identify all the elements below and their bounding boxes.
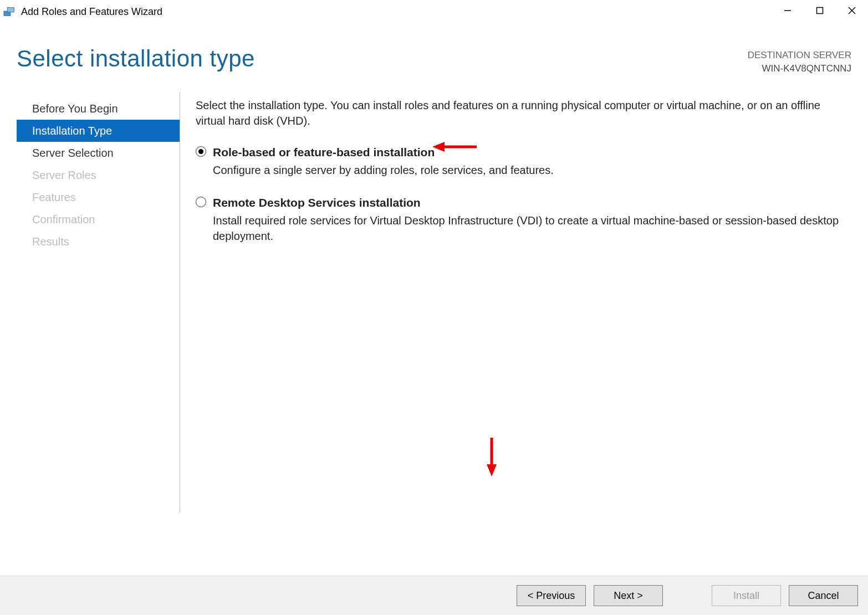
install-button: Install <box>712 585 781 606</box>
sidebar-item-results: Results <box>17 230 180 253</box>
sidebar-item-before-you-begin[interactable]: Before You Begin <box>17 98 180 120</box>
sidebar-item-server-roles: Server Roles <box>17 164 180 186</box>
maximize-button[interactable] <box>804 0 836 21</box>
sidebar-item-confirmation: Confirmation <box>17 208 180 230</box>
footer: < Previous Next > Install Cancel <box>0 576 868 615</box>
radio-rds-desc: Install required role services for Virtu… <box>213 213 846 244</box>
svg-rect-1 <box>7 8 14 12</box>
titlebar: Add Roles and Features Wizard <box>0 0 868 23</box>
svg-rect-3 <box>817 8 823 14</box>
radio-rds[interactable]: Remote Desktop Services installation <box>196 194 846 211</box>
radio-role-based-title: Role-based or feature-based installation <box>213 144 435 160</box>
destination-label: DESTINATION SERVER <box>748 49 851 62</box>
destination-block: DESTINATION SERVER WIN-K4V8QNTCNNJ <box>748 45 851 75</box>
close-button[interactable] <box>836 0 868 21</box>
radio-rds-title: Remote Desktop Services installation <box>213 194 421 211</box>
radio-button-icon <box>196 146 206 157</box>
body-region: Before You Begin Installation Type Serve… <box>0 81 868 513</box>
sidebar-item-installation-type[interactable]: Installation Type <box>17 120 180 142</box>
destination-name: WIN-K4V8QNTCNNJ <box>748 62 851 75</box>
window-controls <box>772 0 868 21</box>
minimize-button[interactable] <box>772 0 804 21</box>
sidebar-item-server-selection[interactable]: Server Selection <box>17 142 180 164</box>
sidebar: Before You Begin Installation Type Serve… <box>0 92 180 513</box>
previous-button[interactable]: < Previous <box>517 585 586 606</box>
content-panel: Select the installation type. You can in… <box>196 92 851 513</box>
radio-button-icon <box>196 197 206 207</box>
header-region: Select installation type DESTINATION SER… <box>0 23 868 81</box>
instruction-text: Select the installation type. You can in… <box>196 98 846 129</box>
window-title: Add Roles and Features Wizard <box>21 6 162 18</box>
server-manager-icon <box>3 6 16 18</box>
page-title: Select installation type <box>17 45 255 72</box>
sidebar-item-features: Features <box>17 186 180 208</box>
radio-role-based-desc: Configure a single server by adding role… <box>213 162 846 178</box>
next-button[interactable]: Next > <box>594 585 663 606</box>
cancel-button[interactable]: Cancel <box>789 585 858 606</box>
radio-role-based[interactable]: Role-based or feature-based installation <box>196 144 846 160</box>
